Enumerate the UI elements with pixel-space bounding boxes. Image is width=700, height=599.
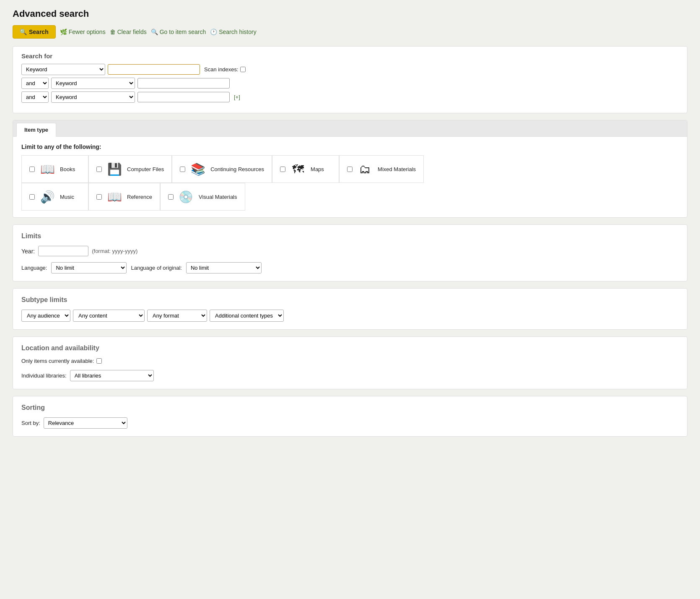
search-input-2[interactable] — [137, 78, 230, 89]
item-type-grid-row2: 🔊 Music 📖 Reference 💿 Visual Materials — [21, 183, 679, 211]
subtype-row: Any audience Juvenile Young adult Adult … — [21, 310, 679, 322]
mixed-materials-icon: 🗂 — [355, 161, 375, 177]
format-select[interactable]: Any format Print Large print Braille Ele… — [147, 310, 207, 322]
libraries-row: Individual libraries: All libraries Main… — [21, 370, 679, 381]
books-icon: 📖 — [37, 161, 57, 177]
language-select[interactable]: No limit English French German Spanish I… — [51, 262, 127, 273]
item-reference: 📖 Reference — [88, 183, 160, 211]
item-continuing-resources: 📚 Continuing Resources — [172, 155, 272, 183]
item-type-section: Item type Limit to any of the following:… — [13, 120, 687, 218]
scan-indexes-checkbox[interactable] — [240, 67, 246, 72]
language-label: Language: — [21, 265, 47, 271]
checkbox-music[interactable] — [29, 194, 35, 200]
checkbox-books[interactable] — [29, 167, 35, 172]
sort-select[interactable]: Relevance Title A-Z Title Z-A Author A-Z… — [44, 417, 127, 429]
item-type-tab: Item type — [13, 120, 687, 137]
music-icon: 🔊 — [37, 188, 57, 205]
keyword-select-3[interactable]: Keyword Title Author Subject ISBN ISSN C… — [51, 91, 135, 103]
connector-select-2[interactable]: and or not — [21, 78, 49, 89]
search-input-3[interactable] — [137, 92, 230, 102]
language-original-label: Language of original: — [131, 265, 181, 271]
maps-icon: 🗺 — [288, 161, 308, 177]
item-books: 📖 Books — [21, 155, 88, 183]
sort-row: Sort by: Relevance Title A-Z Title Z-A A… — [21, 417, 679, 429]
checkbox-visual-materials[interactable] — [168, 194, 174, 200]
search-for-title: Search for — [21, 52, 679, 60]
subtype-limits-title: Subtype limits — [21, 296, 679, 304]
year-row: Year: (format: yyyy-yyyy) — [21, 246, 679, 256]
computer-files-label: Computer Files — [127, 166, 164, 172]
item-type-grid: 📖 Books 💾 Computer Files 📚 Continuing Re… — [21, 155, 679, 183]
item-type-tab-button[interactable]: Item type — [16, 123, 56, 137]
search-row-2: and or not Keyword Title Author Subject … — [21, 78, 679, 89]
add-more-button[interactable]: [+] — [234, 94, 240, 100]
year-format: (format: yyyy-yyyy) — [92, 248, 137, 254]
item-visual-materials: 💿 Visual Materials — [160, 183, 245, 211]
fewer-options-icon: 🌿 — [60, 29, 67, 35]
available-checkbox[interactable] — [96, 358, 102, 364]
location-section: Location and availability Only items cur… — [13, 336, 687, 389]
scan-indexes-label: Scan indexes: — [204, 66, 246, 73]
books-label: Books — [60, 166, 75, 172]
libraries-select[interactable]: All libraries Main Library Branch A Bran… — [70, 370, 154, 381]
clear-fields-button[interactable]: 🗑 Clear fields — [110, 29, 147, 35]
audience-select[interactable]: Any audience Juvenile Young adult Adult — [21, 310, 70, 322]
maps-label: Maps — [311, 166, 324, 172]
continuing-resources-icon: 📚 — [188, 161, 208, 177]
additional-content-select[interactable]: Additional content types Thesis Governme… — [210, 310, 284, 322]
keyword-select-1[interactable]: Keyword Title Author Subject ISBN ISSN C… — [21, 64, 105, 75]
item-maps: 🗺 Maps — [272, 155, 339, 183]
sorting-title: Sorting — [21, 404, 679, 411]
computer-files-icon: 💾 — [104, 161, 124, 177]
libraries-label: Individual libraries: — [21, 372, 67, 379]
search-icon: 🔍 — [20, 29, 27, 35]
search-input-1[interactable] — [108, 64, 200, 75]
checkbox-computer-files[interactable] — [96, 167, 102, 172]
search-row-1: Keyword Title Author Subject ISBN ISSN C… — [21, 64, 679, 75]
language-original-select[interactable]: No limit English French German Spanish I… — [186, 262, 262, 273]
search-button[interactable]: 🔍 Search — [13, 25, 56, 39]
checkbox-mixed-materials[interactable] — [347, 167, 353, 172]
continuing-resources-label: Continuing Resources — [210, 166, 264, 172]
item-type-body: Limit to any of the following: 📖 Books 💾… — [13, 137, 687, 217]
connector-select-3[interactable]: and or not — [21, 91, 49, 103]
clear-fields-icon: 🗑 — [110, 29, 116, 35]
subtype-limits-section: Subtype limits Any audience Juvenile You… — [13, 288, 687, 330]
visual-materials-label: Visual Materials — [199, 194, 237, 200]
year-label: Year: — [21, 248, 35, 255]
checkbox-continuing-resources[interactable] — [180, 167, 185, 172]
visual-materials-icon: 💿 — [176, 188, 196, 205]
page-title: Advanced search — [13, 8, 687, 19]
music-label: Music — [60, 194, 74, 200]
limit-title: Limit to any of the following: — [21, 143, 679, 150]
go-to-item-search-icon: 🔍 — [151, 29, 158, 35]
search-history-button[interactable]: 🕐 Search history — [210, 29, 256, 35]
item-computer-files: 💾 Computer Files — [88, 155, 172, 183]
year-input[interactable] — [38, 246, 88, 256]
keyword-select-2[interactable]: Keyword Title Author Subject ISBN ISSN C… — [51, 78, 135, 89]
toolbar: 🔍 Search 🌿 Fewer options 🗑 Clear fields … — [13, 25, 687, 39]
available-row: Only items currently available: — [21, 358, 679, 364]
mixed-materials-label: Mixed Materials — [378, 166, 416, 172]
search-history-icon: 🕐 — [210, 29, 217, 35]
limits-title: Limits — [21, 232, 679, 240]
location-title: Location and availability — [21, 344, 679, 352]
checkbox-maps[interactable] — [280, 167, 285, 172]
item-music: 🔊 Music — [21, 183, 88, 211]
search-row-3: and or not Keyword Title Author Subject … — [21, 91, 679, 103]
fewer-options-button[interactable]: 🌿 Fewer options — [60, 29, 106, 35]
reference-label: Reference — [127, 194, 152, 200]
search-for-section: Search for Keyword Title Author Subject … — [13, 46, 687, 113]
sort-by-label: Sort by: — [21, 420, 40, 426]
item-mixed-materials: 🗂 Mixed Materials — [339, 155, 424, 183]
go-to-item-search-button[interactable]: 🔍 Go to item search — [151, 29, 206, 35]
limits-section: Limits Year: (format: yyyy-yyyy) Languag… — [13, 224, 687, 281]
content-select[interactable]: Any content Fiction Non-fiction Biograph… — [73, 310, 145, 322]
reference-icon: 📖 — [104, 188, 124, 205]
sorting-section: Sorting Sort by: Relevance Title A-Z Tit… — [13, 396, 687, 437]
checkbox-reference[interactable] — [96, 194, 102, 200]
available-label: Only items currently available: — [21, 358, 94, 364]
language-row: Language: No limit English French German… — [21, 262, 679, 273]
